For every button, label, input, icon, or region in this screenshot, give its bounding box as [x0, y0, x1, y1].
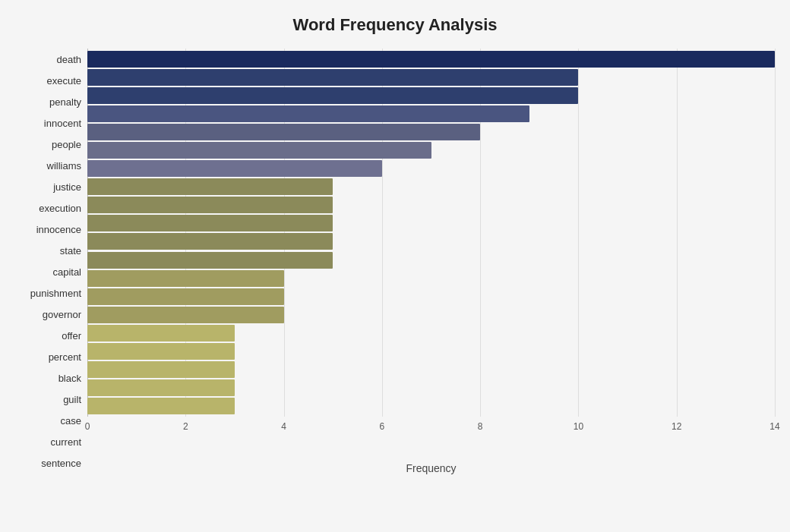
- y-label-penalty: penalty: [49, 91, 81, 112]
- bars-container: [87, 49, 775, 417]
- bar-innocence: [87, 197, 333, 213]
- bar-row-case: [87, 360, 775, 379]
- bar-justice: [87, 160, 382, 177]
- y-label-sentence: sentence: [41, 453, 81, 474]
- chart-area: deathexecutepenaltyinnocentpeoplewilliam…: [15, 49, 775, 474]
- x-tick-8: 8: [478, 421, 483, 432]
- bar-capital: [87, 233, 333, 250]
- bar-case: [87, 361, 235, 378]
- x-axis-wrapper: 02468101214: [87, 417, 775, 444]
- y-label-williams: williams: [47, 155, 82, 176]
- y-label-people: people: [52, 134, 81, 155]
- bar-row-execute: [87, 68, 775, 87]
- y-label-punishment: punishment: [30, 283, 81, 304]
- x-axis-label: Frequency: [87, 462, 775, 474]
- x-tick-0: 0: [85, 421, 90, 432]
- y-label-percent: percent: [49, 347, 81, 368]
- grid-line-14: [775, 49, 776, 417]
- y-label-innocence: innocence: [36, 219, 81, 240]
- bar-row-current: [87, 379, 775, 397]
- bar-governor: [87, 270, 284, 287]
- bar-row-capital: [87, 232, 775, 250]
- bar-sentence: [87, 398, 235, 414]
- bar-innocent: [87, 105, 529, 122]
- bar-state: [87, 215, 333, 231]
- bar-row-innocent: [87, 105, 775, 123]
- y-label-black: black: [58, 368, 81, 389]
- bar-percent: [87, 307, 284, 323]
- bar-death: [87, 51, 775, 68]
- bars-and-grid: 02468101214 Frequency: [87, 49, 775, 474]
- bar-row-guilt: [87, 342, 775, 360]
- grid-and-bars: [87, 49, 775, 417]
- x-tick-14: 14: [769, 421, 779, 432]
- bar-guilt: [87, 343, 235, 360]
- bar-row-justice: [87, 159, 775, 178]
- y-label-governor: governor: [43, 304, 81, 326]
- y-label-guilt: guilt: [63, 389, 81, 411]
- bar-penalty: [87, 87, 578, 104]
- bar-row-punishment: [87, 251, 775, 269]
- bar-punishment: [87, 252, 333, 269]
- y-labels: deathexecutepenaltyinnocentpeoplewilliam…: [15, 49, 87, 474]
- bar-row-williams: [87, 141, 775, 159]
- chart-container: Word Frequency Analysis deathexecutepena…: [0, 0, 790, 532]
- bar-row-state: [87, 214, 775, 232]
- x-tick-10: 10: [574, 421, 583, 432]
- x-tick-6: 6: [380, 421, 385, 432]
- y-label-execute: execute: [46, 70, 81, 91]
- bar-williams: [87, 142, 431, 159]
- y-label-death: death: [56, 49, 81, 70]
- y-label-current: current: [51, 432, 81, 453]
- y-label-state: state: [60, 240, 81, 261]
- chart-title: Word Frequency Analysis: [15, 15, 775, 35]
- y-label-justice: justice: [53, 176, 81, 197]
- bar-black: [87, 325, 235, 342]
- x-tick-4: 4: [281, 421, 286, 432]
- y-label-case: case: [61, 411, 81, 432]
- bar-row-death: [87, 50, 775, 68]
- bar-execute: [87, 69, 578, 86]
- bar-execution: [87, 178, 333, 195]
- x-tick-2: 2: [183, 421, 188, 432]
- bar-row-governor: [87, 269, 775, 288]
- y-label-execution: execution: [39, 197, 81, 219]
- y-label-capital: capital: [52, 261, 81, 282]
- bar-row-percent: [87, 306, 775, 324]
- bar-current: [87, 379, 235, 396]
- bar-people: [87, 124, 480, 140]
- y-label-innocent: innocent: [44, 112, 81, 134]
- bar-row-sentence: [87, 397, 775, 415]
- bar-row-innocence: [87, 196, 775, 214]
- bar-row-execution: [87, 178, 775, 196]
- bar-row-people: [87, 123, 775, 141]
- y-label-offer: offer: [62, 326, 81, 347]
- x-tick-12: 12: [672, 421, 681, 432]
- bar-offer: [87, 288, 284, 305]
- bar-row-offer: [87, 288, 775, 306]
- bar-row-black: [87, 324, 775, 342]
- bar-row-penalty: [87, 87, 775, 105]
